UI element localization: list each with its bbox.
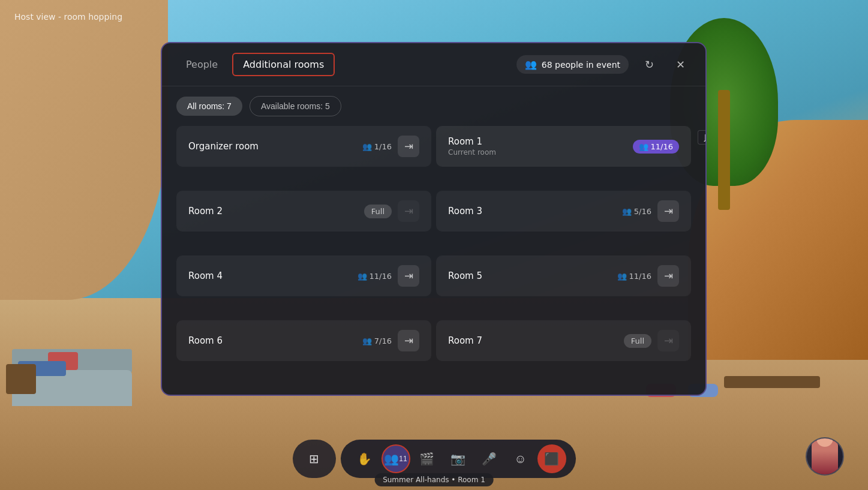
full-badge-room2: Full xyxy=(364,205,392,218)
room-name-block-room7: Room 7 xyxy=(448,335,482,346)
room-right-room2: Full ⇥ xyxy=(364,200,419,222)
avatar-head xyxy=(816,437,833,447)
tab-people-label: People xyxy=(186,59,218,70)
people-icon-room5: 👥 xyxy=(617,272,627,281)
room-name-block-organizer: Organizer room xyxy=(188,141,259,152)
room-name-room6: Room 6 xyxy=(188,335,223,346)
join-btn-room5[interactable]: ⇥ xyxy=(657,265,679,287)
people-icon-room4: 👥 xyxy=(358,272,367,281)
left-tool-pill: ⊞ xyxy=(293,440,336,478)
toolbar: ⊞ ✋ 👥 11 🎬 📷 🎤 ☺ ⬛ xyxy=(293,440,576,478)
room-name-block-room6: Room 6 xyxy=(188,335,223,346)
room-name-room3: Room 3 xyxy=(448,206,482,217)
room-name-block-room5: Room 5 xyxy=(448,270,482,281)
raise-hand-button[interactable]: ✋ xyxy=(350,444,379,473)
room-name-block-room4: Room 4 xyxy=(188,270,223,281)
room-count-room6: 👥 7/16 xyxy=(362,336,392,345)
people-count-badge: 👥 68 people in event xyxy=(516,55,629,74)
mic-button[interactable]: 🎤 xyxy=(475,444,504,473)
room-item-wrapper-room3: Room 3 👥 5/16 ⇥ xyxy=(436,191,691,251)
room-count-organizer: 👥 1/16 xyxy=(362,142,392,151)
join-tooltip-container: Join room ⇥ xyxy=(698,130,705,182)
room-right-room7: Full ⇥ xyxy=(624,330,679,351)
room-name-block-room3: Room 3 xyxy=(448,206,482,217)
room-item-room3: Room 3 👥 5/16 ⇥ xyxy=(436,191,691,232)
room-item-wrapper-room5: Room 5 👥 11/16 ⇥ xyxy=(436,255,691,315)
people-icon-toolbar: 👥 xyxy=(384,452,399,466)
room-item-wrapper-room1: Room 1 Current room 👥 11/16 Join room ⇥ xyxy=(436,126,691,186)
tab-people[interactable]: People xyxy=(176,54,227,75)
filter-available-label: Available rooms: 5 xyxy=(261,101,330,111)
people-icon: 👥 xyxy=(525,59,537,70)
emoji-button[interactable]: ☺ xyxy=(506,444,535,473)
app-title-text: Host view - room hopping xyxy=(14,12,122,22)
filter-available-rooms[interactable]: Available rooms: 5 xyxy=(250,96,341,116)
refresh-button[interactable]: ↻ xyxy=(638,54,660,76)
room-count-room1: 👥 11/16 xyxy=(633,140,679,154)
people-icon-room1: 👥 xyxy=(639,142,648,151)
room-right-room5: 👥 11/16 ⇥ xyxy=(617,265,679,287)
room-item-wrapper-organizer: Organizer room 👥 1/16 ⇥ xyxy=(176,126,431,186)
avatar-corner xyxy=(806,437,844,476)
room-item-room5: Room 5 👥 11/16 ⇥ xyxy=(436,255,691,296)
room-right-room4: 👥 11/16 ⇥ xyxy=(358,265,419,287)
room-name-room2: Room 2 xyxy=(188,206,223,217)
camera-button[interactable]: 📷 xyxy=(444,444,473,473)
filter-all-label: All rooms: 7 xyxy=(187,101,232,111)
session-label: Summer All-hands • Room 1 xyxy=(374,473,494,486)
join-tooltip-label: Join room xyxy=(698,130,705,145)
tab-additional-rooms[interactable]: Additional rooms xyxy=(232,53,335,76)
room-name-room1: Room 1 xyxy=(448,136,496,147)
join-btn-room6[interactable]: ⇥ xyxy=(398,330,419,351)
room-right-organizer: 👥 1/16 ⇥ xyxy=(362,136,419,157)
room-item-wrapper-room4: Room 4 👥 11/16 ⇥ xyxy=(176,255,431,315)
room-item-wrapper-room2: Room 2 Full ⇥ xyxy=(176,191,431,251)
filter-bar: All rooms: 7 Available rooms: 5 xyxy=(162,86,705,126)
room-name-room7: Room 7 xyxy=(448,335,482,346)
room-right-room6: 👥 7/16 ⇥ xyxy=(362,330,419,351)
join-btn-room3[interactable]: ⇥ xyxy=(657,200,679,222)
session-label-text: Summer All-hands • Room 1 xyxy=(383,476,485,484)
room-name-block-room2: Room 2 xyxy=(188,206,223,217)
room-item-room6: Room 6 👥 7/16 ⇥ xyxy=(176,320,431,361)
room-item-room1: Room 1 Current room 👥 11/16 xyxy=(436,126,691,167)
app-title: Host view - room hopping xyxy=(14,12,122,22)
room-item-organizer: Organizer room 👥 1/16 ⇥ xyxy=(176,126,431,167)
filter-all-rooms[interactable]: All rooms: 7 xyxy=(176,97,242,116)
room-right-room3: 👥 5/16 ⇥ xyxy=(622,200,679,222)
join-btn-room7: ⇥ xyxy=(657,330,679,351)
tooltip-text: Join room xyxy=(704,133,705,142)
end-button[interactable]: ⬛ xyxy=(537,444,566,473)
main-panel: People Additional rooms 👥 68 people in e… xyxy=(161,42,707,396)
room-count-room3: 👥 5/16 xyxy=(622,207,651,216)
room-item-wrapper-room7: Room 7 Full ⇥ xyxy=(436,320,691,380)
room-name-organizer: Organizer room xyxy=(188,141,259,152)
room-name-room5: Room 5 xyxy=(448,270,482,281)
join-btn-room4[interactable]: ⇥ xyxy=(398,265,419,287)
people-icon-room6: 👥 xyxy=(362,336,372,345)
panel-header: People Additional rooms 👥 68 people in e… xyxy=(162,43,705,86)
room-item-room7: Room 7 Full ⇥ xyxy=(436,320,691,361)
room-subtitle-room1: Current room xyxy=(448,148,496,157)
header-right: 👥 68 people in event ↻ ✕ xyxy=(516,54,691,76)
tab-additional-rooms-label: Additional rooms xyxy=(243,59,324,70)
room-right-room1: 👥 11/16 xyxy=(633,140,679,154)
main-toolbar-pill: ✋ 👥 11 🎬 📷 🎤 ☺ ⬛ xyxy=(341,440,576,478)
room-count-room5: 👥 11/16 xyxy=(617,272,651,281)
tree-trunk xyxy=(718,90,730,210)
room-item-room4: Room 4 👥 11/16 ⇥ xyxy=(176,255,431,296)
people-icon-room3: 👥 xyxy=(622,207,632,216)
room-name-block-room1: Room 1 Current room xyxy=(448,136,496,157)
table xyxy=(6,364,36,394)
close-button[interactable]: ✕ xyxy=(669,54,691,76)
people-button[interactable]: 👥 11 xyxy=(382,444,410,473)
reactions-button[interactable]: 🎬 xyxy=(413,444,441,473)
people-count-text: 68 people in event xyxy=(542,60,620,70)
avatar-figure xyxy=(812,441,838,474)
full-badge-room7: Full xyxy=(624,334,651,348)
join-btn-organizer[interactable]: ⇥ xyxy=(398,136,419,157)
apps-button[interactable]: ⊞ xyxy=(300,444,329,473)
join-btn-room2: ⇥ xyxy=(398,200,419,222)
room-name-room4: Room 4 xyxy=(188,270,223,281)
room-item-room2: Room 2 Full ⇥ xyxy=(176,191,431,232)
